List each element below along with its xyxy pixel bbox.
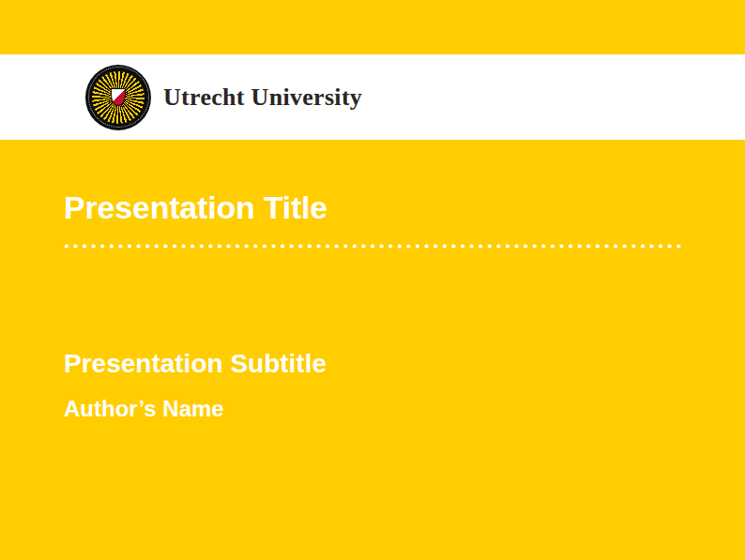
utrecht-university-seal-icon xyxy=(85,65,151,130)
dotted-separator xyxy=(64,244,686,249)
header-band: Utrecht University xyxy=(0,54,745,140)
top-accent-band xyxy=(0,0,745,54)
author-name: Author’s Name xyxy=(64,397,745,421)
slide-body: Presentation Title Presentation Subtitle… xyxy=(0,140,745,422)
presentation-title: Presentation Title xyxy=(64,191,745,225)
university-wordmark: Utrecht University xyxy=(163,83,362,112)
title-slide: Utrecht University Presentation Title Pr… xyxy=(0,0,745,560)
presentation-subtitle: Presentation Subtitle xyxy=(64,350,745,379)
